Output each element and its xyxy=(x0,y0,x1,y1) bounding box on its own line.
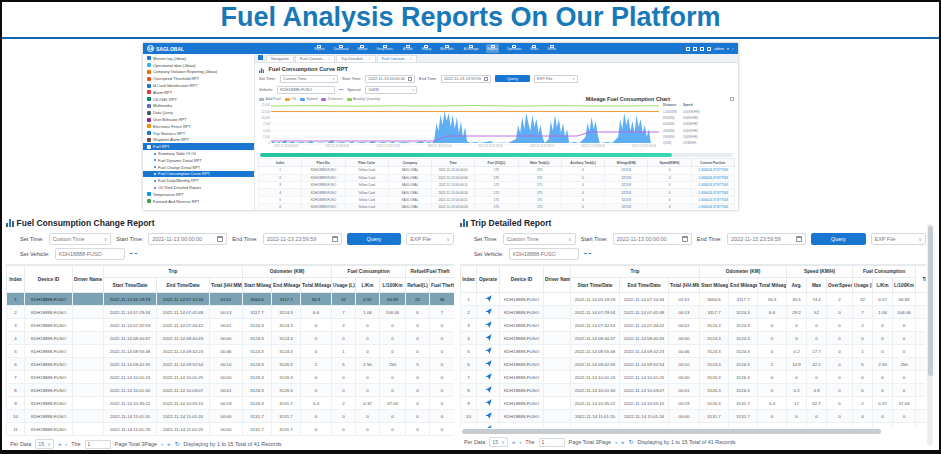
report-row[interactable]: 7KDH18888-FUSO2022-11-14 10:01:242022-11… xyxy=(461,371,927,384)
end-time-value[interactable] xyxy=(731,236,793,242)
report-row[interactable]: 2KDH18888-FUSO2022-11-14 07:29:342022-11… xyxy=(7,306,455,319)
report-row[interactable]: 1KDH18888-FUSO2022-11-14 05:19:192022-11… xyxy=(7,293,455,306)
per-page-select[interactable]: 15∨ xyxy=(489,437,508,447)
horizontal-scrollbar[interactable] xyxy=(462,429,881,434)
report-row[interactable]: 11KDH18888-FUSO2022-11-14 11:01:292022-1… xyxy=(7,423,455,436)
sidebar-item[interactable]: Operational data (Jibiao) xyxy=(143,62,254,69)
close-icon[interactable]: × xyxy=(369,57,371,61)
sidebar-item[interactable]: Forward And Reverse RPT xyxy=(143,198,254,205)
position-link[interactable]: -1.656024,37.877563 xyxy=(691,181,734,188)
first-page-button[interactable]: « xyxy=(58,441,61,447)
sidebar-item[interactable]: Trip Statistics RPT xyxy=(143,130,254,137)
set-vehicle-value[interactable] xyxy=(513,251,575,257)
page-vertical-scrollbar-thumb[interactable] xyxy=(928,226,933,376)
legend-item-add-fuel[interactable]: Add Fuel xyxy=(259,97,281,101)
tab-fuel-consum-[interactable]: Fuel Consum...× xyxy=(295,55,335,62)
end-time-input[interactable] xyxy=(727,233,806,245)
calendar-icon[interactable] xyxy=(332,236,338,242)
sidebar-item[interactable]: Temperature RPT xyxy=(143,191,254,198)
sidebar-item[interactable]: Monitor log (Jibiao) xyxy=(143,55,254,62)
position-link[interactable]: -1.656024,37.877563 xyxy=(691,174,734,181)
grid-row[interactable]: 4KDH18888-FUSOYellow CardSAGLOBAL2022-11… xyxy=(259,189,735,196)
sidebar-item[interactable]: Fuel Change Detail RPT xyxy=(143,164,254,171)
sidebar-item[interactable]: Company Violation Reporting (Jibiao) xyxy=(143,69,254,76)
close-icon[interactable]: × xyxy=(328,57,330,61)
nav-item-rules[interactable]: Rules xyxy=(530,44,540,52)
report-row[interactable]: 3KDH18888-FUSO2022-11-14 07:42:532022-11… xyxy=(461,319,927,332)
start-time-value[interactable] xyxy=(152,236,214,242)
power-icon[interactable]: ○ xyxy=(732,47,734,51)
hamburger-icon[interactable] xyxy=(258,55,263,60)
report-row[interactable]: 7KDH18888-FUSO2022-11-14 10:01:242022-11… xyxy=(7,371,455,384)
next-page-button[interactable]: › xyxy=(161,441,163,447)
set-time-select[interactable]: Custom Time∨ xyxy=(49,233,112,245)
last-page-button[interactable]: » xyxy=(621,439,624,445)
legend-item-distance[interactable]: Distance xyxy=(321,97,342,101)
report-row[interactable]: 6KDH18888-FUSO2022-11-14 09:42:352022-11… xyxy=(7,358,455,371)
report-row[interactable]: 3KDH18888-FUSO2022-11-14 07:42:532022-11… xyxy=(7,319,455,332)
start-time-input[interactable]: 2022-11-13 00:00:00 xyxy=(365,75,415,84)
sidebar-item[interactable]: Summary Table Of Oil xyxy=(143,150,254,157)
track-playback-icon[interactable] xyxy=(485,334,492,341)
end-time-input[interactable]: 2022-11-13 23:59:59 xyxy=(441,75,491,84)
per-page-select[interactable]: 15∨ xyxy=(35,439,54,449)
tab-navigation[interactable]: Navigation xyxy=(266,55,294,62)
report-row[interactable]: 8KDH18888-FUSO2022-11-14 10:01:302022-11… xyxy=(7,384,455,397)
vehicle-picker-button[interactable]: ••• xyxy=(339,87,343,92)
set-time-select[interactable]: Custom Time∨ xyxy=(503,233,576,245)
sidebar-item[interactable]: Fuel Consumption Curve RPT xyxy=(143,171,254,178)
set-vehicle-input[interactable] xyxy=(55,248,125,260)
sidebar-item[interactable]: User Behavior RPT xyxy=(143,116,254,123)
vehicle-picker-button[interactable]: ⁃⁃ xyxy=(584,250,593,258)
next-page-button[interactable]: › xyxy=(615,439,617,445)
nav-item-dashboard[interactable]: Dashboard xyxy=(333,44,350,52)
position-link[interactable]: -1.656024,37.877563 xyxy=(691,204,734,210)
chart-menu-icon[interactable] xyxy=(730,97,734,101)
apps-icon[interactable] xyxy=(700,47,704,51)
sidebar-item[interactable]: Fuel Dynamic Detail RPT xyxy=(143,157,254,164)
calendar-icon[interactable] xyxy=(217,236,223,242)
grid-row[interactable]: 2KDH18888-FUSOYellow CardSAGLOBAL2022-11… xyxy=(259,174,735,181)
track-playback-icon[interactable] xyxy=(485,308,492,315)
sidebar-item[interactable]: Oil Theft Detailed Report xyxy=(143,184,254,191)
vehicle-picker-button[interactable]: ⁃⁃ xyxy=(130,250,139,258)
chart-scrollbar-track[interactable] xyxy=(260,153,733,157)
close-icon[interactable]: × xyxy=(410,57,412,61)
special-select[interactable]: 50KM∨ xyxy=(365,86,417,95)
tab-trip-detailed-[interactable]: Trip Detailed ...× xyxy=(336,55,376,62)
sidebar-item[interactable]: Overspeed Threshold RPT xyxy=(143,75,254,82)
sidebar-item[interactable]: Multimedia xyxy=(143,103,254,110)
report-row[interactable]: 10KDH18888-FUSO2022-11-14 11:01:202022-1… xyxy=(7,410,455,423)
report-row[interactable]: 5KDH18888-FUSO2022-11-14 08:55:482022-11… xyxy=(461,345,927,358)
track-playback-icon[interactable] xyxy=(485,399,492,406)
position-link[interactable]: -1.656024,37.877563 xyxy=(691,189,734,196)
nav-item-reports[interactable]: Reports xyxy=(486,44,499,52)
track-playback-icon[interactable] xyxy=(485,321,492,328)
track-playback-icon[interactable] xyxy=(485,425,492,428)
grid-row[interactable]: 6KDH18888-FUSOYellow CardSAGLOBAL2022-11… xyxy=(259,204,735,210)
exp-file-select[interactable]: EXP File∨ xyxy=(406,233,454,245)
start-time-value[interactable] xyxy=(617,236,679,242)
report-row[interactable]: 4KDH18888-FUSO2022-11-14 08:40:372022-11… xyxy=(7,332,455,345)
page-number-input[interactable] xyxy=(539,438,565,447)
vehicle-input[interactable]: KDH18888-FUSO xyxy=(277,86,335,95)
set-vehicle-input[interactable] xyxy=(509,248,579,260)
report-row[interactable]: 4KDH18888-FUSO2022-11-14 08:40:372022-11… xyxy=(461,332,927,345)
last-page-button[interactable]: » xyxy=(167,441,170,447)
end-time-input[interactable] xyxy=(263,233,342,245)
calendar-icon[interactable] xyxy=(682,236,688,242)
sidebar-item[interactable]: OIL/GEL RPT xyxy=(143,96,254,103)
track-playback-icon[interactable] xyxy=(485,373,492,380)
refresh-icon[interactable]: ↻ xyxy=(174,441,179,447)
start-time-input[interactable] xyxy=(148,233,227,245)
nav-item-ai-safe[interactable]: AI Safe xyxy=(402,44,414,52)
user-menu[interactable]: admin xyxy=(714,47,724,51)
tab-fuel-consum-[interactable]: Fuel Consum...× xyxy=(377,55,417,62)
calendar-icon[interactable] xyxy=(796,236,802,242)
track-playback-icon[interactable] xyxy=(485,295,492,302)
prev-page-button[interactable]: ‹ xyxy=(519,439,521,445)
nav-item-group-mont-[interactable]: Group mont.. xyxy=(375,44,395,52)
nav-item-operations[interactable]: Operations xyxy=(506,44,523,52)
refresh-icon[interactable]: ↻ xyxy=(628,439,633,445)
report-row[interactable]: 9KDH18888-FUSO2022-11-14 10:35:222022-11… xyxy=(7,397,455,410)
